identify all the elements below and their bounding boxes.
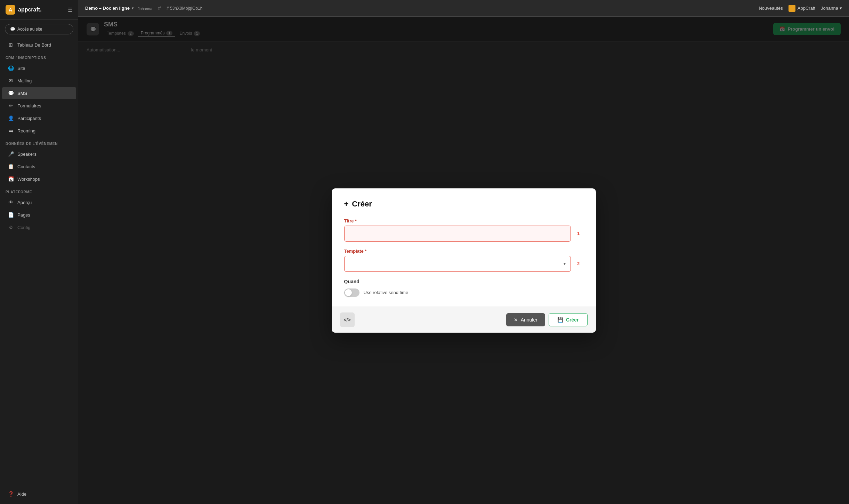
topbar: Demo – Doc en ligne ▾ Johanna # # 53nX0M… (78, 0, 849, 17)
sidebar-item-mailing[interactable]: ✉ Mailing (2, 75, 76, 87)
footer-left: </> (340, 312, 355, 327)
save-icon: 💾 (557, 317, 563, 323)
plateforme-section-label: PLATEFORME (0, 185, 78, 196)
titre-field-row: 1 (344, 226, 583, 242)
rooming-icon: 🛏 (8, 128, 14, 133)
sidebar-item-sms[interactable]: 💬 SMS (2, 87, 76, 99)
project-name: Demo – Doc en ligne (85, 6, 130, 11)
globe-icon: 🌐 (8, 65, 14, 71)
topbar-appcraft: AppCraft (789, 5, 815, 12)
template-required-star: * (365, 249, 366, 254)
speakers-icon: 🎤 (8, 151, 14, 157)
config-icon: ⚙ (8, 225, 14, 230)
modal-footer: </> ✕ Annuler 💾 Créer (332, 307, 596, 333)
template-select[interactable] (345, 256, 571, 271)
code-icon: </> (343, 317, 350, 323)
sidebar-item-config[interactable]: ⚙ Config (2, 221, 76, 233)
relative-send-toggle[interactable] (344, 288, 359, 297)
mail-icon: ✉ (8, 78, 14, 83)
footer-right: ✕ Annuler 💾 Créer (506, 313, 588, 326)
topbar-project: Demo – Doc en ligne ▾ (85, 6, 134, 11)
appcraft-logo-small (789, 5, 795, 12)
x-icon: ✕ (514, 317, 518, 323)
participants-icon: 👤 (8, 115, 14, 121)
modal-title: + Créer (344, 200, 583, 209)
creer-button[interactable]: 💾 Créer (549, 313, 588, 326)
forms-icon: ✏ (8, 103, 14, 108)
sidebar-item-tableau[interactable]: ⊞ Tableau De Bord (2, 39, 76, 51)
page-area: 💬 SMS Templates 2 Programmés 1 Env (78, 17, 849, 504)
grid-icon: ⊞ (8, 42, 14, 48)
titre-input[interactable] (344, 226, 571, 242)
template-field-group: Template * ▾ 2 (344, 249, 583, 272)
template-field-row: ▾ 2 (344, 256, 583, 272)
access-site-button[interactable]: 💬 Accès au site (5, 24, 73, 34)
crm-section-label: CRM / INSCRIPTIONS (0, 51, 78, 62)
create-modal: + Créer Titre * 1 (332, 188, 596, 333)
sidebar-item-formulaires[interactable]: ✏ Formulaires (2, 100, 76, 112)
donnees-section-label: DONNÉES DE L'ÉVÉNEMEN (0, 137, 78, 148)
sidebar-item-participants[interactable]: 👤 Participants (2, 112, 76, 124)
titre-label: Titre * (344, 218, 583, 223)
quand-label: Quand (344, 279, 583, 284)
pages-icon: 📄 (8, 212, 14, 218)
sidebar-item-workshops[interactable]: 📅 Workshops (2, 173, 76, 185)
topbar-hash: # 53nX0MbjqIOo1h (167, 6, 202, 11)
modal-title-text: Créer (352, 200, 372, 209)
topbar-divider: # (158, 5, 161, 11)
sidebar-item-contacts[interactable]: 📋 Contacts (2, 161, 76, 172)
workshops-icon: 📅 (8, 176, 14, 182)
plus-icon: + (344, 200, 349, 209)
sidebar-item-site[interactable]: 🌐 Site (2, 62, 76, 74)
topbar-subtitle: Johanna (138, 7, 152, 11)
sidebar: A appcraft. ☰ 💬 Accès au site ⊞ Tableau … (0, 0, 78, 504)
toggle-knob (345, 289, 352, 296)
template-field-number: 2 (574, 256, 583, 272)
contacts-icon: 📋 (8, 164, 14, 169)
project-dropdown-icon[interactable]: ▾ (132, 6, 134, 10)
topbar-user[interactable]: Johanna ▾ (821, 6, 842, 11)
template-label: Template * (344, 249, 583, 254)
aide-icon: ❓ (8, 491, 14, 497)
apercu-icon: 👁 (8, 200, 14, 205)
titre-field-group: Titre * 1 (344, 218, 583, 242)
main-content: Demo – Doc en ligne ▾ Johanna # # 53nX0M… (78, 0, 849, 504)
sidebar-item-pages[interactable]: 📄 Pages (2, 209, 76, 221)
sidebar-item-speakers[interactable]: 🎤 Speakers (2, 148, 76, 160)
quand-section: Quand Use relative send time (344, 279, 583, 297)
toggle-row: Use relative send time (344, 288, 583, 297)
sms-icon: 💬 (8, 90, 14, 96)
annuler-button[interactable]: ✕ Annuler (506, 313, 545, 326)
logo-icon: A (6, 5, 15, 15)
sidebar-item-apercu[interactable]: 👁 Aperçu (2, 196, 76, 208)
topbar-nouveautes[interactable]: Nouveautés (759, 6, 783, 11)
sidebar-logo: A appcraft. ☰ (0, 0, 78, 20)
modal-body: + Créer Titre * 1 (332, 188, 596, 307)
code-button[interactable]: </> (340, 312, 355, 327)
titre-field-number: 1 (574, 226, 583, 242)
modal-overlay[interactable]: + Créer Titre * 1 (78, 17, 849, 504)
toggle-label: Use relative send time (364, 290, 409, 295)
template-select-wrapper: ▾ (344, 256, 571, 272)
topbar-right: Nouveautés AppCraft Johanna ▾ (759, 5, 842, 12)
menu-icon[interactable]: ☰ (68, 7, 73, 13)
sidebar-item-aide[interactable]: ❓ Aide (2, 488, 76, 500)
user-dropdown-icon: ▾ (840, 6, 842, 11)
chat-icon: 💬 (10, 27, 15, 32)
sidebar-item-rooming[interactable]: 🛏 Rooming (2, 125, 76, 137)
logo-text: appcraft. (18, 7, 42, 13)
titre-required-star: * (355, 218, 357, 223)
